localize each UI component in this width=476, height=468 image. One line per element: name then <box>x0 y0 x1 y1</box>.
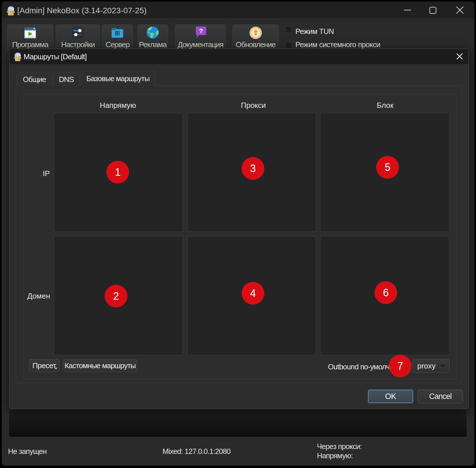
svg-text:?: ? <box>199 27 203 35</box>
